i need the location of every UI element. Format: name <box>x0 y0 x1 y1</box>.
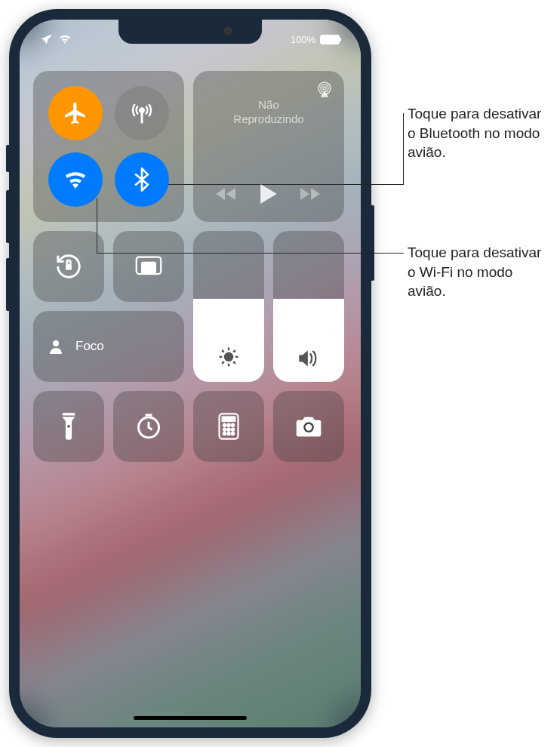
svg-point-7 <box>53 340 59 346</box>
svg-point-24 <box>306 424 312 431</box>
volume-icon <box>297 349 320 368</box>
svg-point-15 <box>227 424 229 426</box>
media-title-line1: Não <box>204 98 334 112</box>
media-module[interactable]: Não Reproduzindo <box>193 71 344 222</box>
wifi-icon <box>63 171 88 189</box>
svg-point-22 <box>232 432 234 435</box>
focus-label: Foco <box>75 339 104 354</box>
svg-point-20 <box>223 432 226 435</box>
brightness-fill <box>193 299 264 382</box>
volume-slider[interactable] <box>273 231 344 382</box>
brightness-slider[interactable] <box>193 231 264 382</box>
airplane-status-icon <box>41 33 53 45</box>
screen-mirroring-button[interactable] <box>113 231 184 302</box>
svg-point-3 <box>323 87 326 90</box>
control-center: Não Reproduzindo <box>33 71 347 462</box>
phone-screen: 100% <box>20 20 361 727</box>
svg-point-14 <box>223 424 226 426</box>
callout-bluetooth: Toque para desativar o Bluetooth no modo… <box>408 104 551 162</box>
camera-button[interactable] <box>273 391 344 462</box>
phone-frame: 100% <box>9 9 371 738</box>
flashlight-button[interactable] <box>33 391 104 462</box>
orientation-lock-toggle[interactable] <box>33 231 104 302</box>
timer-icon <box>135 413 162 440</box>
timer-button[interactable] <box>113 391 184 462</box>
bluetooth-toggle[interactable] <box>115 152 169 207</box>
bluetooth-icon <box>134 168 149 192</box>
cellular-antenna-icon <box>130 101 154 125</box>
svg-point-21 <box>227 432 229 435</box>
camera-icon <box>294 415 323 438</box>
battery-percentage: 100% <box>291 34 315 45</box>
volume-up-button <box>6 190 9 243</box>
volume-fill <box>273 299 344 382</box>
forward-button[interactable] <box>300 186 322 201</box>
svg-point-19 <box>232 428 234 430</box>
home-indicator[interactable] <box>134 716 247 720</box>
focus-button[interactable]: Foco <box>33 311 184 382</box>
rewind-button[interactable] <box>216 186 237 201</box>
svg-point-9 <box>67 425 70 428</box>
svg-point-18 <box>227 428 229 430</box>
screen-mirroring-icon <box>134 255 163 278</box>
calculator-icon <box>218 413 239 440</box>
connectivity-module[interactable] <box>33 71 184 222</box>
side-button <box>6 145 9 172</box>
orientation-lock-icon <box>54 252 83 281</box>
svg-rect-13 <box>223 417 235 422</box>
svg-rect-10 <box>63 416 75 417</box>
calculator-button[interactable] <box>193 391 264 462</box>
cellular-data-toggle[interactable] <box>115 86 169 140</box>
airplane-icon <box>63 100 88 126</box>
volume-down-button <box>6 258 9 311</box>
power-button <box>371 205 374 281</box>
media-title: Não Reproduzindo <box>204 98 334 184</box>
svg-point-17 <box>223 428 226 430</box>
callout-line-bluetooth-v <box>403 113 404 184</box>
airplay-icon[interactable] <box>315 80 334 98</box>
brightness-icon <box>217 346 240 368</box>
svg-rect-4 <box>66 264 72 270</box>
flashlight-icon <box>60 412 77 441</box>
svg-rect-6 <box>141 262 156 274</box>
notch <box>118 20 262 44</box>
focus-person-icon <box>47 337 65 355</box>
battery-icon <box>320 35 340 45</box>
svg-point-0 <box>140 108 143 112</box>
play-button[interactable] <box>260 184 277 204</box>
svg-point-16 <box>232 424 234 426</box>
media-title-line2: Reproduzindo <box>204 112 334 127</box>
svg-point-2 <box>321 85 328 92</box>
svg-point-8 <box>225 353 232 361</box>
callout-wifi: Toque para desativar o Wi‑Fi no modo avi… <box>408 243 551 301</box>
airplane-mode-toggle[interactable] <box>48 86 103 140</box>
wifi-status-icon <box>59 35 71 44</box>
wifi-toggle[interactable] <box>48 152 103 207</box>
